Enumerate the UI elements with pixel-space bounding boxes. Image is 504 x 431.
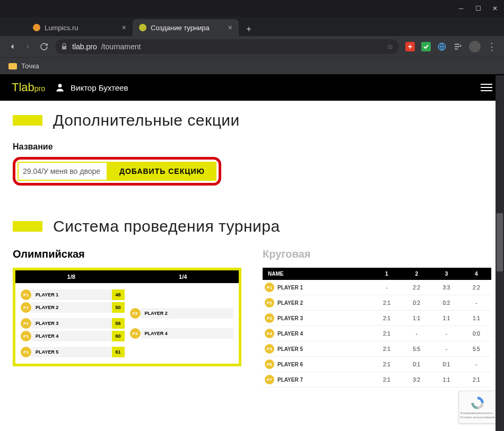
- reading-list-icon[interactable]: [453, 42, 463, 51]
- browser-tab-tournament[interactable]: Создание турнира ×: [133, 19, 239, 36]
- player-badge: P1: [21, 289, 31, 300]
- player-name: PLAYER 2: [141, 308, 234, 319]
- table-row: P5PLAYER 52:15:5-5:5: [263, 341, 491, 357]
- player-badge: P2: [265, 298, 274, 307]
- nav-forward-button[interactable]: [23, 42, 33, 51]
- player-badge: P4: [265, 329, 274, 338]
- site-menu-button[interactable]: [481, 84, 492, 91]
- table-row: P6PLAYER 62:10:10:1-: [263, 357, 491, 372]
- player-name: PLAYER 4: [31, 331, 112, 341]
- window-titlebar: ─ ☐ ✕: [0, 0, 504, 17]
- score-cell: 2:2: [402, 280, 431, 295]
- round-header: 1/8: [15, 270, 127, 283]
- browser-tabs: Lumpics.ru × Создание турнира × +: [0, 17, 504, 36]
- score-cell: 0:0: [462, 326, 491, 341]
- score-cell: 0:2: [402, 295, 431, 311]
- player-badge: P6: [265, 359, 274, 369]
- player-badge: P1: [21, 318, 31, 329]
- score-cell: 2:2: [462, 280, 491, 295]
- score-cell: -: [462, 357, 491, 372]
- name-label: Название: [13, 142, 491, 152]
- svg-point-1: [58, 84, 62, 87]
- tab-close-icon[interactable]: ×: [122, 23, 126, 32]
- extension-globe-icon[interactable]: [437, 42, 447, 51]
- nav-reload-button[interactable]: [39, 42, 49, 51]
- score-cell: -: [402, 326, 431, 341]
- section-system: Система проведения турнира: [13, 217, 491, 235]
- recaptcha-text: Условия использования: [460, 416, 496, 419]
- player-name: PLAYER 3: [277, 315, 303, 321]
- table-row: P2PLAYER 22:10:20:2-: [263, 295, 491, 311]
- score-cell: 2:1: [372, 311, 402, 326]
- player-score: 56: [112, 318, 125, 329]
- site-header: Tlabpro Виктор Бухтеев: [0, 74, 504, 101]
- section-title: Дополнительные секции: [53, 111, 240, 129]
- th-col: 4: [462, 268, 491, 280]
- browser-tab-lumpics[interactable]: Lumpics.ru ×: [27, 19, 133, 36]
- th-col: 1: [372, 268, 402, 280]
- th-col: 3: [431, 268, 461, 280]
- score-cell: 5:5: [402, 341, 431, 357]
- player-name: PLAYER 2: [277, 300, 303, 306]
- nav-back-button[interactable]: [7, 42, 17, 51]
- url-field[interactable]: tlab.pro/tournament ☆: [55, 39, 399, 54]
- extension-adblock-icon[interactable]: [405, 42, 415, 51]
- th-name: NAME: [263, 268, 372, 280]
- round-table: NAME 1 2 3 4 P1PLAYER 1-2:23:32:2P2PLAYE…: [263, 268, 491, 388]
- scrollbar-thumb[interactable]: [497, 213, 503, 271]
- section-name-input[interactable]: [18, 162, 108, 181]
- browser-menu-button[interactable]: ⋮: [487, 41, 497, 52]
- logo-main: Tlab: [12, 81, 34, 94]
- score-cell: 2:1: [372, 357, 402, 372]
- table-row: P1PLAYER 1-2:23:32:2: [263, 280, 491, 295]
- section-additional: Дополнительные секции: [13, 111, 491, 129]
- player-name: PLAYER 2: [31, 302, 112, 313]
- table-row: P7PLAYER 72:13:21:12:1: [263, 372, 491, 388]
- site-logo[interactable]: Tlabpro: [12, 81, 45, 94]
- score-cell: 0:1: [431, 357, 461, 372]
- extension-check-icon[interactable]: [421, 42, 431, 51]
- player-name: PLAYER 6: [277, 362, 303, 367]
- profile-avatar[interactable]: [469, 41, 481, 52]
- player-score: 60: [112, 331, 125, 341]
- table-row: P3PLAYER 32:11:11:11:1: [263, 311, 491, 326]
- score-cell: -: [431, 341, 461, 357]
- score-cell: 2:1: [372, 326, 402, 341]
- logo-sub: pro: [34, 84, 45, 93]
- bookmark-star-icon[interactable]: ☆: [387, 42, 394, 51]
- player-badge: P7: [265, 375, 274, 384]
- window-maximize-button[interactable]: ☐: [474, 5, 482, 12]
- score-cell: 1:1: [431, 311, 461, 326]
- window-close-button[interactable]: ✕: [491, 5, 499, 12]
- player-badge: P1: [21, 331, 31, 341]
- system-olympic[interactable]: Олимпийская 1/8 1/4 P1PLAYER 148 P1PLAYE…: [13, 248, 241, 388]
- scrollbar[interactable]: [496, 75, 504, 431]
- bookmarks-bar: Точка: [0, 57, 504, 74]
- player-score: 50: [112, 302, 125, 313]
- user-menu[interactable]: Виктор Бухтеев: [55, 82, 128, 93]
- score-cell: 5:5: [462, 341, 491, 357]
- recaptcha-badge[interactable]: Конфиденциальность - Условия использован…: [458, 391, 497, 424]
- score-cell: 2:1: [462, 372, 491, 388]
- score-cell: -: [372, 280, 402, 295]
- round-header: 1/4: [127, 270, 239, 283]
- system-round[interactable]: Круговая NAME 1 2 3 4 P1PLAYER 1-2:23:32…: [263, 248, 491, 388]
- recaptcha-text: Конфиденциальность -: [460, 411, 495, 415]
- player-name: PLAYER 5: [31, 347, 112, 357]
- player-badge: P1: [265, 283, 274, 292]
- url-host: tlab.pro: [72, 42, 97, 51]
- new-tab-button[interactable]: +: [242, 22, 256, 36]
- player-name: PLAYER 1: [31, 289, 112, 300]
- score-cell: 3:3: [431, 280, 461, 295]
- url-path: /tournament: [101, 42, 141, 51]
- add-section-button[interactable]: ДОБАВИТЬ СЕКЦИЮ: [108, 162, 216, 181]
- score-cell: 2:1: [372, 295, 402, 311]
- tab-close-icon[interactable]: ×: [228, 23, 232, 32]
- score-cell: 3:2: [402, 372, 431, 388]
- section-title: Система проведения турнира: [53, 217, 280, 235]
- bracket-col-2: P2PLAYER 2 P4PLAYER 4: [130, 289, 234, 357]
- player-score: 48: [112, 289, 125, 300]
- accent-bar: [13, 115, 42, 126]
- bookmark-folder[interactable]: Точка: [21, 62, 39, 70]
- window-minimize-button[interactable]: ─: [457, 5, 465, 12]
